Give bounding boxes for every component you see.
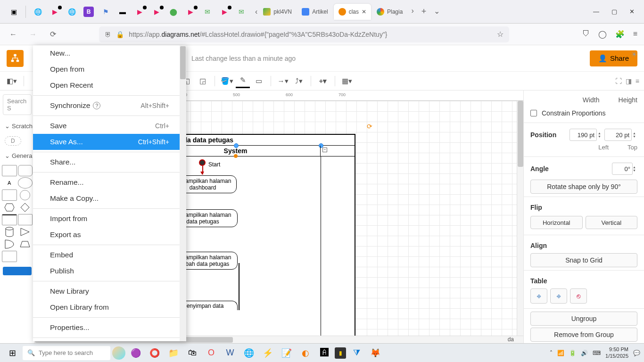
shape-ellipse[interactable] bbox=[18, 177, 33, 189]
pinned-tab-flag[interactable]: ⚑ bbox=[100, 7, 111, 17]
url-input[interactable]: ⛨ 🔒 https://app.diagrams.net/#LclassHote… bbox=[99, 26, 509, 42]
shape-halfcircle[interactable] bbox=[2, 239, 17, 250]
edge[interactable] bbox=[202, 166, 203, 174]
shape-table[interactable] bbox=[2, 214, 17, 225]
share-button[interactable]: 👤 Share bbox=[590, 50, 637, 66]
menu-item-publish[interactable]: Publish bbox=[33, 263, 186, 279]
tray-lang-icon[interactable]: ⌨ bbox=[593, 350, 601, 356]
start-node[interactable] bbox=[199, 159, 206, 166]
menu-item-properties[interactable]: Properties... bbox=[33, 320, 186, 336]
pinned-tab-n15[interactable]: ⬤ bbox=[168, 7, 179, 17]
tab-pkl[interactable]: pkl4VN bbox=[258, 4, 296, 20]
window-maximize[interactable]: ▢ bbox=[611, 8, 617, 15]
tray-notifications-icon[interactable]: 💬 bbox=[633, 350, 640, 356]
pinned-tab-globe[interactable]: 🌐 bbox=[33, 7, 43, 17]
table-icon[interactable]: ▦▾ bbox=[340, 74, 354, 88]
close-icon[interactable]: ✕ bbox=[362, 8, 366, 15]
lane-extra-header[interactable]: − bbox=[321, 146, 355, 156]
shape-container[interactable] bbox=[18, 214, 33, 225]
taskbar-cortana[interactable]: ⭕ bbox=[146, 346, 163, 361]
rotate-90-button[interactable]: Rotate shape only by 90° bbox=[530, 180, 637, 194]
tab-clas-active[interactable]: clas ✕ bbox=[334, 4, 371, 20]
shape-triangle[interactable] bbox=[18, 226, 33, 238]
taskbar-blender[interactable]: ◐ bbox=[297, 346, 314, 361]
table-insert-col-left[interactable]: ⎆ bbox=[530, 288, 547, 304]
pos-y-input[interactable]: 20 pt bbox=[604, 129, 632, 141]
shape-more[interactable] bbox=[18, 251, 33, 262]
menu-item-new-library[interactable]: New Library bbox=[33, 283, 186, 299]
start-button[interactable]: ⊞ bbox=[4, 346, 21, 361]
scratchpad-section[interactable]: ⌄ Scratch bbox=[0, 119, 34, 133]
menu-item-open-library-from[interactable]: Open Library from bbox=[33, 299, 186, 315]
shape-circle[interactable] bbox=[20, 190, 30, 200]
pos-x-input[interactable]: 190 pt bbox=[570, 129, 597, 141]
taskbar-explorer[interactable]: 📁 bbox=[165, 346, 182, 361]
flip-horizontal-button[interactable]: Horizontal bbox=[530, 216, 583, 229]
tab-plagia[interactable]: Plagia bbox=[372, 4, 407, 20]
menu-item-save-as[interactable]: Save As...Ctrl+Shift+ bbox=[33, 134, 186, 150]
tray-volume-icon[interactable]: 🔊 bbox=[581, 350, 588, 356]
shape-trapezoid[interactable] bbox=[18, 239, 33, 250]
shape-diamond[interactable] bbox=[18, 202, 33, 213]
shape-rect[interactable] bbox=[2, 165, 17, 176]
tray-wifi-icon[interactable]: 📶 bbox=[557, 350, 564, 356]
remove-from-group-button[interactable]: Remove from Group bbox=[530, 328, 637, 342]
taskbar-word[interactable]: W bbox=[222, 346, 239, 361]
tab-artikel[interactable]: Artikel bbox=[297, 4, 332, 20]
scratchpad-drop[interactable]: D bbox=[5, 136, 21, 146]
tray-battery-icon[interactable]: 🔋 bbox=[569, 350, 576, 356]
taskbar-weather[interactable] bbox=[112, 346, 125, 360]
angle-input[interactable]: 0° bbox=[612, 163, 633, 175]
menu-item-make-a-copy[interactable]: Make a Copy... bbox=[33, 190, 186, 206]
tabs-scroll-right[interactable]: › bbox=[411, 7, 413, 16]
edge[interactable] bbox=[239, 263, 239, 310]
menu-item-rename[interactable]: Rename... bbox=[33, 174, 186, 190]
table-delete-col[interactable]: ⎋ bbox=[570, 288, 587, 304]
menu-item-share[interactable]: Share... bbox=[33, 154, 186, 170]
shape-text[interactable]: A bbox=[2, 177, 17, 189]
extensions-icon[interactable]: 🧩 bbox=[615, 30, 625, 39]
pinned-tab-yt3[interactable]: ▶ bbox=[151, 7, 162, 17]
spinner[interactable]: ▲▼ bbox=[633, 132, 637, 138]
menu-item-export-as[interactable]: Export as bbox=[33, 227, 186, 243]
drawio-logo[interactable] bbox=[7, 50, 24, 67]
menu-item-import-from[interactable]: Import from bbox=[33, 211, 186, 227]
shape-square[interactable] bbox=[2, 189, 17, 201]
line-color-icon[interactable]: ✎ bbox=[236, 74, 250, 88]
taskbar-vscode[interactable]: ⧩ bbox=[348, 346, 365, 361]
ungroup-button[interactable]: Ungroup bbox=[530, 312, 637, 326]
menu-item-open-from[interactable]: Open from bbox=[33, 61, 186, 77]
more-shapes-button[interactable] bbox=[3, 267, 32, 275]
rotate-handle[interactable]: ⟳ bbox=[367, 123, 373, 129]
app-menu-icon[interactable]: ≡ bbox=[633, 30, 637, 39]
pinned-tab-yt2[interactable]: ▶ bbox=[134, 7, 145, 17]
shadow-icon[interactable]: ▭ bbox=[252, 74, 266, 88]
menu-item-page-setup[interactable]: Page Setup... bbox=[33, 340, 186, 341]
table-insert-col-right[interactable]: ⎆ bbox=[550, 288, 567, 304]
menu-item-synchronize[interactable]: Synchronize?Alt+Shift+ bbox=[33, 98, 186, 114]
pocket-icon[interactable]: ⛉ bbox=[582, 30, 590, 39]
nav-reload[interactable]: ⟳ bbox=[46, 28, 59, 41]
spinner[interactable]: ▲▼ bbox=[598, 132, 603, 138]
tray-expand-icon[interactable]: ˄ bbox=[550, 350, 553, 356]
general-section[interactable]: ⌄ Genera bbox=[0, 148, 34, 163]
collapse-icon[interactable]: ≡ bbox=[636, 77, 639, 85]
constrain-checkbox[interactable] bbox=[530, 110, 537, 116]
waypoint-icon[interactable]: ⤴▾ bbox=[292, 74, 306, 88]
connection-icon[interactable]: →▾ bbox=[276, 74, 290, 88]
shape-process[interactable] bbox=[2, 251, 17, 262]
taskbar-store[interactable]: 🛍 bbox=[184, 346, 201, 361]
shape-roundrect[interactable] bbox=[18, 165, 33, 176]
sidebar-toggle[interactable]: ◧▾ bbox=[5, 74, 19, 88]
menu-item-open-recent[interactable]: Open Recent bbox=[33, 77, 186, 93]
taskbar-flash[interactable]: ⚡ bbox=[259, 346, 276, 361]
nav-back[interactable]: ← bbox=[7, 28, 20, 41]
taskbar-firefox[interactable]: 🦊 bbox=[367, 346, 384, 361]
tray-clock[interactable]: 9:50 PM 1/15/2025 bbox=[605, 346, 628, 359]
snap-to-grid-button[interactable]: Snap to Grid bbox=[530, 253, 637, 267]
taskbar-edge[interactable]: 🌐 bbox=[240, 346, 257, 361]
taskbar-notepad[interactable]: 📝 bbox=[278, 346, 295, 361]
pinned-tab-yt1[interactable]: ▶ bbox=[50, 7, 60, 17]
bookmark-icon[interactable]: ☆ bbox=[497, 30, 504, 39]
add-icon[interactable]: +▾ bbox=[316, 74, 330, 88]
